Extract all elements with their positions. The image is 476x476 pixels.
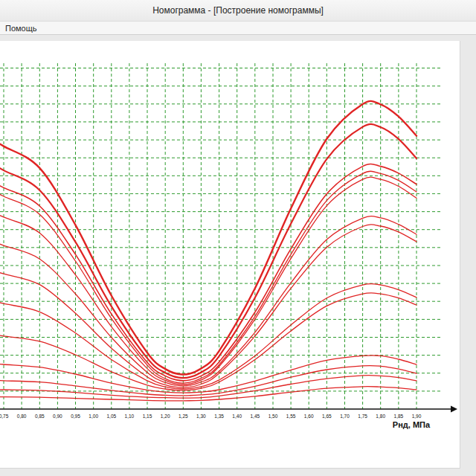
nomogram-curve [0, 124, 416, 378]
x-tick-label: 1,85 [394, 414, 404, 419]
x-tick-label: 0,80 [17, 414, 27, 419]
x-tick-label: 1,40 [232, 414, 242, 419]
mdi-client-area: 0,750,800,850,900,951,001,051,101,151,20… [0, 35, 476, 476]
x-tick-label: 1,80 [376, 414, 385, 419]
x-tick-label: 1,15 [143, 414, 152, 419]
nomogram-curve [0, 177, 416, 385]
nomogram-curves [0, 101, 416, 401]
grid [0, 63, 442, 409]
nomogram-panel: 0,750,800,850,900,951,001,051,101,151,20… [0, 41, 460, 469]
x-axis-arrow-icon [451, 406, 457, 413]
x-tick-label: 0,75 [0, 414, 9, 419]
x-tick-label: 1,50 [268, 414, 278, 419]
x-tick-label: 0,85 [35, 414, 45, 419]
x-tick-label: 1,90 [412, 414, 422, 419]
nomogram-curve [0, 101, 416, 375]
x-tick-label: 1,35 [214, 414, 224, 419]
x-tick-label: 1,65 [322, 414, 332, 419]
x-tick-label: 1,10 [125, 414, 135, 419]
x-tick-label: 1,55 [286, 414, 296, 419]
x-tick-label: 1,00 [89, 414, 98, 419]
nomogram-curve [0, 387, 416, 401]
x-axis: 0,750,800,850,900,951,001,051,101,151,20… [0, 406, 457, 430]
x-tick-label: 0,90 [53, 414, 62, 419]
x-tick-label: 1,05 [106, 414, 116, 419]
x-tick-label: 1,25 [178, 414, 188, 419]
x-tick-label: 1,30 [196, 414, 206, 419]
x-tick-label: 1,70 [340, 414, 350, 419]
nomogram-chart: 0,750,800,850,900,951,001,051,101,151,20… [0, 41, 460, 468]
title-bar: Номограмма - [Построение номограммы] [0, 0, 476, 22]
nomogram-curve [0, 164, 416, 380]
x-tick-label: 1,60 [304, 414, 314, 419]
x-tick-label: 0,95 [71, 414, 80, 419]
x-tick-label: 1,20 [161, 414, 170, 419]
menu-bar: Помощь [0, 22, 476, 35]
window-title: Номограмма - [Построение номограммы] [152, 5, 324, 16]
menu-item-help[interactable]: Помощь [0, 23, 42, 33]
x-axis-title: Рнд, МПа [393, 420, 431, 429]
x-tick-label: 1,45 [250, 414, 260, 419]
x-tick-label: 1,75 [358, 414, 367, 419]
